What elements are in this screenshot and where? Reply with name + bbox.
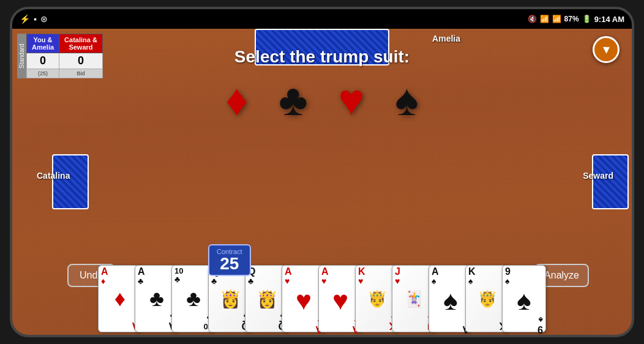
card-suit: ♠ — [468, 277, 506, 285]
status-icons-right: 🔇 📶 📶 87% 🔋 9:14 AM — [528, 15, 624, 24]
card-suit-bottom: ♣ — [211, 312, 249, 321]
mute-icon: 🔇 — [528, 15, 537, 23]
card-12[interactable]: 9 ♠ ♠ 9 ♠ — [502, 265, 546, 332]
card-rank-bottom: A — [321, 324, 359, 334]
contract-value: 25 — [217, 255, 242, 272]
sim-icon: ▪ — [34, 14, 37, 24]
right-player-cards — [592, 154, 629, 209]
card-rank-bottom: 10 — [174, 323, 212, 331]
hand-area: A ♦ ♦ A ♦ A ♣ ♣ A ♣ — [12, 255, 632, 335]
card-rank-bottom: 9 — [505, 324, 543, 334]
card-suit: ♥ — [321, 277, 359, 285]
card-rank: A — [138, 267, 176, 277]
player-top-label: Amelia — [432, 34, 460, 43]
battery-percent: 87% — [564, 15, 579, 23]
card-rank: Q — [248, 267, 286, 277]
card-rank: J — [395, 267, 433, 277]
phone-frame: ⚡ ▪ ⊛ 🔇 📶 📶 87% 🔋 9:14 AM Standard You &… — [10, 7, 634, 337]
card-suit-bottom: ♥ — [285, 316, 323, 324]
hearts-button[interactable]: ♥ — [339, 78, 365, 122]
time-display: 9:14 AM — [594, 15, 624, 24]
card-suit: ♣ — [138, 277, 176, 285]
status-icons-left: ⚡ ▪ ⊛ — [20, 14, 48, 24]
game-area: Standard You &Amelia Catalina &Seward 0 … — [12, 29, 632, 335]
trump-prompt: Select the trump suit: — [12, 47, 632, 67]
contract-badge: Contract 25 — [208, 244, 251, 276]
card-suit: ♣ — [248, 277, 286, 285]
card-rank: A — [101, 267, 139, 277]
card-suit: ♠ — [432, 277, 470, 285]
player-right-label: Seward — [583, 171, 613, 181]
clubs-button[interactable]: ♣ — [279, 78, 307, 122]
card-rank: K — [358, 267, 396, 277]
card-center: ♦ — [101, 285, 139, 312]
card-suit-bottom: ♠ — [432, 316, 470, 324]
score-footer1: (25) — [27, 69, 59, 78]
card-suit-bottom: ♥ — [321, 316, 359, 324]
card-center: 🤴 — [358, 285, 396, 312]
wifi-signal-icon: 📶 — [540, 15, 549, 23]
card-rank: A — [285, 267, 323, 277]
card-rank: A — [432, 267, 470, 277]
player-left-label: Catalina — [37, 171, 70, 181]
card-rank-bottom: A — [138, 321, 176, 331]
card-center: ♥ — [285, 285, 323, 316]
card-center: 👸 — [211, 285, 249, 312]
menu-icon: ▾ — [603, 42, 610, 58]
diamonds-button[interactable]: ♦ — [226, 78, 249, 122]
card-rank: 9 — [505, 267, 543, 277]
card-center: 🃏 — [395, 285, 433, 312]
card-center: 👸 — [248, 285, 286, 312]
card-rank-bottom: A — [285, 324, 323, 334]
battery-icon: 🔋 — [582, 15, 591, 23]
card-suit: ♣ — [174, 275, 212, 283]
usb-icon: ⚡ — [20, 14, 30, 24]
signal-icon: 📶 — [552, 15, 561, 23]
card-center: ♠ — [505, 285, 543, 316]
card-center: ♠ — [432, 285, 470, 316]
card-suit: ♥ — [285, 277, 323, 285]
card-center: ♣ — [174, 283, 212, 314]
card-rank: 10 — [174, 267, 212, 275]
menu-button[interactable]: ▾ — [593, 36, 620, 63]
card-rank-bottom: K — [358, 321, 396, 331]
card-rank: A — [321, 267, 359, 277]
card-suit-bottom: ♥ — [358, 312, 396, 321]
trump-suits: ♦ ♣ ♥ ♠ — [12, 78, 632, 122]
card-rank-bottom: A — [101, 321, 139, 331]
card-center: 🤴 — [468, 285, 506, 312]
card-suit-bottom: ♣ — [138, 312, 176, 321]
card-suit-bottom: ♣ — [174, 314, 212, 323]
card-rank-bottom: A — [432, 324, 470, 334]
card-suit: ♠ — [505, 277, 543, 285]
card-center: ♥ — [321, 285, 359, 316]
card-suit: ♥ — [395, 277, 433, 285]
left-player-cards — [52, 154, 89, 209]
card-rank-bottom: K — [468, 321, 506, 331]
card-rank-bottom: Q — [248, 321, 286, 331]
card-rank-bottom: Q — [211, 321, 249, 331]
card-suit-bottom: ♠ — [468, 312, 506, 321]
card-suit: ♣ — [211, 277, 249, 285]
status-bar: ⚡ ▪ ⊛ 🔇 📶 📶 87% 🔋 9:14 AM — [12, 9, 632, 29]
card-suit: ♥ — [358, 277, 396, 285]
card-center: ♣ — [138, 285, 176, 312]
card-suit-bottom: ♣ — [248, 312, 286, 321]
card-suit: ♦ — [101, 277, 139, 285]
card-suit-bottom: ♠ — [505, 316, 543, 324]
card-suit-bottom: ♦ — [101, 312, 139, 321]
card-rank-bottom: J — [395, 321, 433, 331]
wifi-icon: ⊛ — [40, 14, 48, 24]
score-footer2: Bid — [59, 69, 103, 78]
card-suit-bottom: ♥ — [395, 312, 433, 321]
spades-button[interactable]: ♠ — [395, 78, 418, 122]
card-rank: K — [468, 267, 506, 277]
